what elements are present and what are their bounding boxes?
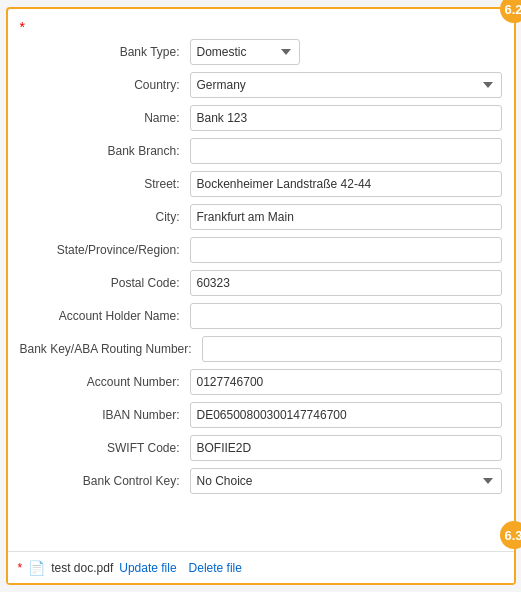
form-area: * Bank Type: Domestic International Coun… (8, 9, 514, 551)
field-row-city: City: (20, 204, 502, 230)
field-row-bank-branch: Bank Branch: (20, 138, 502, 164)
field-row-bank-key: Bank Key/ABA Routing Number: (20, 336, 502, 362)
iban-input[interactable] (190, 402, 502, 428)
street-input[interactable] (190, 171, 502, 197)
update-file-link[interactable]: Update file (119, 561, 176, 575)
swift-input[interactable] (190, 435, 502, 461)
field-row-account-number: Account Number: (20, 369, 502, 395)
required-indicator: * (20, 19, 502, 35)
field-row-street: Street: (20, 171, 502, 197)
bank-control-key-select[interactable]: No Choice Choice (190, 468, 502, 494)
label-city: City: (20, 210, 190, 224)
bank-key-input[interactable] (202, 336, 502, 362)
country-select[interactable]: Germany United States France United King… (190, 72, 502, 98)
field-row-account-holder: Account Holder Name: (20, 303, 502, 329)
file-icon: 📄 (28, 560, 45, 576)
label-state: State/Province/Region: (20, 243, 190, 257)
delete-file-link[interactable]: Delete file (189, 561, 242, 575)
field-row-name: Name: (20, 105, 502, 131)
field-row-bank-control-key: Bank Control Key: No Choice Choice (20, 468, 502, 494)
field-row-iban: IBAN Number: (20, 402, 502, 428)
account-holder-input[interactable] (190, 303, 502, 329)
label-street: Street: (20, 177, 190, 191)
label-bank-control-key: Bank Control Key: (20, 474, 190, 488)
label-account-holder: Account Holder Name: (20, 309, 190, 323)
footer-required-star: * (18, 561, 23, 575)
label-country: Country: (20, 78, 190, 92)
form-container: 6.2 6.3 * Bank Type: Domestic Internatio… (6, 7, 516, 585)
bank-type-select[interactable]: Domestic International (190, 39, 300, 65)
account-number-input[interactable] (190, 369, 502, 395)
field-row-state: State/Province/Region: (20, 237, 502, 263)
label-postal-code: Postal Code: (20, 276, 190, 290)
footer-filename: test doc.pdf (51, 561, 113, 575)
field-row-bank-type: Bank Type: Domestic International (20, 39, 502, 65)
label-bank-branch: Bank Branch: (20, 144, 190, 158)
city-input[interactable] (190, 204, 502, 230)
field-row-swift: SWIFT Code: (20, 435, 502, 461)
field-row-postal-code: Postal Code: (20, 270, 502, 296)
label-bank-key: Bank Key/ABA Routing Number: (20, 342, 202, 356)
label-iban: IBAN Number: (20, 408, 190, 422)
label-account-number: Account Number: (20, 375, 190, 389)
field-row-country: Country: Germany United States France Un… (20, 72, 502, 98)
label-bank-type: Bank Type: (20, 45, 190, 59)
postal-code-input[interactable] (190, 270, 502, 296)
label-name: Name: (20, 111, 190, 125)
bank-branch-input[interactable] (190, 138, 502, 164)
label-swift: SWIFT Code: (20, 441, 190, 455)
footer-bar: * 📄 test doc.pdf Update file Delete file (8, 551, 514, 583)
name-input[interactable] (190, 105, 502, 131)
state-input[interactable] (190, 237, 502, 263)
